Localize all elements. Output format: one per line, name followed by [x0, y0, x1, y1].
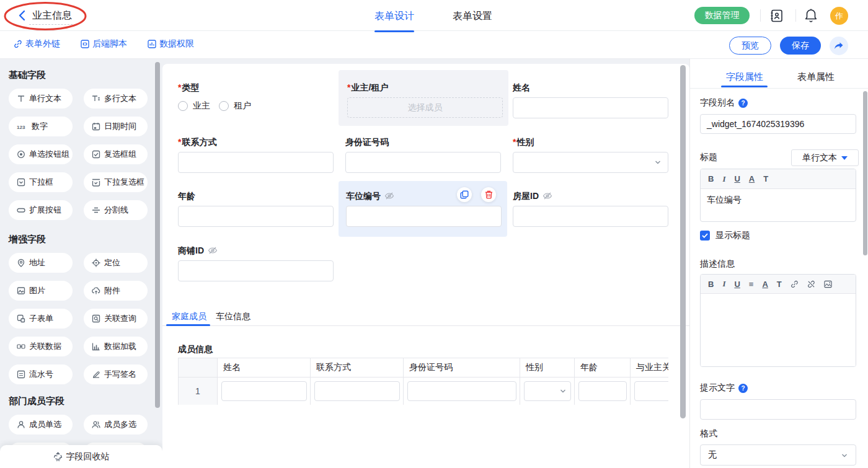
- field-number[interactable]: 数字: [9, 117, 73, 136]
- field-parking-no[interactable]: 车位编号: [346, 191, 502, 227]
- checkbox-checked-icon[interactable]: [700, 231, 710, 241]
- title-editor-content[interactable]: 车位编号: [701, 189, 856, 211]
- field-select[interactable]: 下拉框: [9, 172, 73, 192]
- preview-button[interactable]: 预览: [729, 37, 771, 55]
- share-button[interactable]: [830, 37, 848, 55]
- field-multi-select[interactable]: 下拉复选框: [84, 172, 148, 192]
- title-editor[interactable]: B I U A T 车位编号: [700, 169, 856, 222]
- font-size-icon[interactable]: T: [763, 174, 768, 183]
- age-input[interactable]: [178, 206, 334, 227]
- subform-id-number-input[interactable]: [407, 381, 516, 401]
- id-number-input[interactable]: [345, 152, 501, 173]
- panel-scrollbar[interactable]: [863, 91, 867, 255]
- field-shop-id[interactable]: 商铺ID: [178, 245, 334, 281]
- field-type[interactable]: 类型 业主 租户: [178, 82, 334, 112]
- form-external-link[interactable]: 表单外链: [14, 38, 60, 50]
- desc-editor[interactable]: B I U ≡ A T: [700, 274, 856, 367]
- field-signature[interactable]: 手写签名: [84, 364, 148, 384]
- tab-parking-info[interactable]: 车位信息: [216, 311, 250, 322]
- name-input[interactable]: [513, 97, 668, 118]
- field-extend-button[interactable]: 扩展按钮: [9, 200, 73, 220]
- data-permission[interactable]: 数据权限: [148, 38, 194, 50]
- image-icon[interactable]: [824, 280, 832, 288]
- field-checkbox-group[interactable]: 复选框组: [84, 144, 148, 164]
- align-icon[interactable]: ≡: [749, 280, 754, 289]
- subform-age-input[interactable]: [578, 381, 627, 401]
- subform-gender-select[interactable]: [524, 381, 571, 401]
- bold-icon[interactable]: B: [708, 280, 714, 289]
- field-attachment[interactable]: 附件: [84, 281, 148, 301]
- subform-relation-input[interactable]: [634, 381, 668, 401]
- save-button[interactable]: 保存: [780, 37, 821, 55]
- backend-script[interactable]: 后端脚本: [81, 38, 127, 50]
- delete-field-button[interactable]: [481, 187, 496, 202]
- underline-icon[interactable]: U: [734, 174, 740, 183]
- field-multi-line-text[interactable]: 多行文本: [84, 89, 148, 108]
- field-contact[interactable]: 联系方式: [178, 137, 334, 173]
- field-recycle-bin[interactable]: 字段回收站: [0, 445, 162, 468]
- contact-book-icon[interactable]: [769, 9, 784, 23]
- field-name[interactable]: 姓名: [513, 82, 668, 118]
- page-title[interactable]: 业主信息: [32, 9, 72, 22]
- radio-circle[interactable]: [219, 101, 229, 111]
- field-data-load[interactable]: 数据加载: [84, 337, 148, 356]
- field-member-single[interactable]: 成员单选: [9, 415, 73, 435]
- tab-family-members[interactable]: 家庭成员: [172, 311, 206, 322]
- field-age[interactable]: 年龄: [178, 191, 334, 227]
- bold-icon[interactable]: B: [708, 174, 714, 183]
- tab-field-props[interactable]: 字段属性: [726, 71, 763, 83]
- back-icon[interactable]: [17, 10, 27, 21]
- unlink-icon[interactable]: [807, 280, 815, 288]
- underline-icon[interactable]: U: [734, 280, 740, 289]
- font-color-icon[interactable]: A: [762, 280, 768, 289]
- canvas-scrollbar[interactable]: [680, 65, 686, 418]
- font-color-icon[interactable]: A: [749, 174, 755, 183]
- field-type-dropdown[interactable]: 单行文本: [791, 149, 859, 166]
- field-linked-data[interactable]: 关联数据: [9, 337, 73, 356]
- field-linked-query[interactable]: 关联查询: [84, 309, 148, 329]
- show-title-checkbox[interactable]: 显示标题: [700, 230, 750, 241]
- contact-input[interactable]: [178, 152, 334, 173]
- field-single-line-text[interactable]: 单行文本: [9, 89, 73, 108]
- field-gender[interactable]: 性别: [513, 137, 668, 173]
- radio-tenant[interactable]: 租户: [219, 100, 251, 112]
- desc-editor-content[interactable]: [701, 294, 856, 367]
- tab-form-props[interactable]: 表单属性: [797, 71, 835, 83]
- field-house-id[interactable]: 房屋ID: [513, 191, 668, 227]
- field-subform[interactable]: 子表单: [9, 309, 73, 329]
- help-icon[interactable]: ?: [738, 384, 748, 393]
- font-size-icon[interactable]: T: [777, 280, 782, 289]
- italic-icon[interactable]: I: [722, 174, 725, 184]
- field-datetime[interactable]: 日期时间: [84, 117, 148, 136]
- subform-name-input[interactable]: [221, 381, 307, 401]
- format-select[interactable]: 无: [700, 444, 856, 466]
- sidebar-scrollbar[interactable]: [155, 62, 160, 408]
- house-id-input[interactable]: [513, 206, 668, 227]
- radio-circle[interactable]: [178, 101, 188, 111]
- field-owner-tenant[interactable]: 业主/租户 选择成员: [347, 82, 503, 118]
- gender-select[interactable]: [513, 152, 668, 173]
- field-radio-group[interactable]: 单选按钮组: [9, 144, 73, 164]
- field-serial-number[interactable]: 流水号: [9, 364, 73, 384]
- field-image[interactable]: 图片: [9, 281, 73, 301]
- parking-no-input[interactable]: [346, 206, 502, 227]
- link-icon[interactable]: [790, 280, 799, 288]
- copy-field-button[interactable]: [457, 187, 472, 202]
- field-locate[interactable]: 定位: [84, 253, 148, 273]
- hint-input[interactable]: [700, 399, 856, 420]
- radio-owner[interactable]: 业主: [178, 100, 210, 112]
- shop-id-input[interactable]: [178, 260, 334, 281]
- avatar[interactable]: 作: [830, 7, 848, 25]
- help-icon[interactable]: ?: [738, 99, 748, 108]
- data-manage-button[interactable]: 数据管理: [694, 7, 750, 24]
- field-address[interactable]: 地址: [9, 253, 73, 273]
- alias-input[interactable]: _widget_1674025319396: [700, 114, 856, 134]
- subform-contact-input[interactable]: [314, 381, 400, 401]
- bell-icon[interactable]: [804, 8, 818, 23]
- field-member-multi[interactable]: 成员多选: [84, 415, 148, 435]
- italic-icon[interactable]: I: [722, 279, 725, 289]
- select-member-button[interactable]: 选择成员: [347, 97, 503, 118]
- tab-form-settings[interactable]: 表单设置: [453, 10, 492, 23]
- field-id-number[interactable]: 身份证号码: [345, 137, 501, 173]
- field-divider[interactable]: 分割线: [84, 200, 148, 220]
